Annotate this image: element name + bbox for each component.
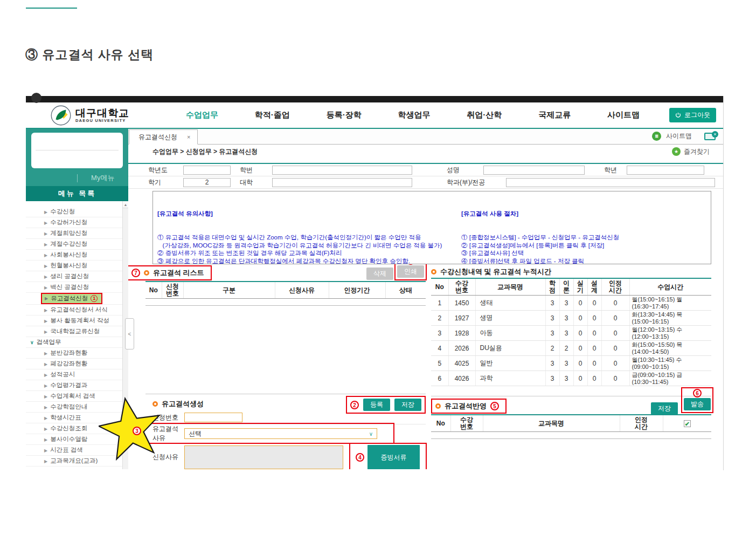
sidebar-item[interactable]: ▶성적공시 (26, 369, 122, 380)
notice-line: ③ [유고결석사유] 선택 (461, 249, 706, 257)
save-button[interactable]: 저장 (394, 399, 421, 411)
sidebar-item[interactable]: ▶계절희망신청 (26, 228, 122, 239)
arrow-right-icon: ▶ (44, 242, 47, 247)
column-header: 교과목명 (475, 278, 545, 296)
star-icon: ★ (672, 147, 681, 156)
semester-field[interactable] (183, 178, 231, 187)
college-field[interactable] (272, 178, 412, 187)
field-label-college: 대학 (240, 178, 272, 187)
sitemap-label[interactable]: 사이트맵 (666, 132, 692, 141)
power-icon (675, 112, 681, 118)
sidebar-tabs: 수업업무 My메뉴 (26, 170, 128, 186)
menu-list-header: 메뉴 목록 (26, 186, 128, 201)
sidebar-tab-mymenu[interactable]: My메뉴 (78, 173, 129, 183)
send-button[interactable]: 발송 (684, 398, 711, 410)
university-name-en: DAEGU UNIVERSITY (75, 118, 129, 123)
field-label-name: 성명 (447, 166, 483, 175)
column-header: 수업시간 (629, 278, 711, 296)
nav-item[interactable]: 국제교류 (538, 110, 571, 120)
table-row: 31928 아동3 30 00 월(12:00~13:15) 수(12:00~1… (431, 326, 711, 341)
arrow-right-icon: ▶ (44, 210, 47, 215)
sidebar-item[interactable]: ▶생리 공결신청 (26, 271, 122, 282)
grade-field[interactable] (627, 166, 704, 175)
arrow-right-icon: ▶ (44, 319, 47, 324)
scroll-up-icon[interactable]: ▲ (123, 201, 128, 208)
notice-line: ② 증빙서류가 위조 또는 변조된 것일 경우 해당 교과목 실격(F)처리 (157, 249, 458, 257)
detail-reason-textarea[interactable] (184, 445, 343, 469)
table-row: 11450 생태3 30 00 월(15:00~16:15) 월(16:30~1… (431, 296, 711, 311)
university-name-kr: 대구대학교 (75, 108, 129, 118)
annotation-box-5: 유고결석반영 5 (431, 399, 507, 414)
notice-line: ③ 폐강으로 인한 유고결석은 단과대학행정실에서 폐강과목 수강신청자 명단 … (157, 257, 458, 264)
sidebar-item[interactable]: ▶유고결석신청서 서식 (26, 305, 122, 315)
favorites-button[interactable]: ★ 즐겨찾기 (672, 147, 710, 156)
evidence-button[interactable]: 증빙서류 (367, 445, 420, 470)
section-title: 유고결석반영 (445, 401, 487, 411)
arrow-right-icon: ▶ (44, 448, 47, 453)
field-label-grade: 학년 (604, 166, 627, 175)
notice-line: ① [종합정보시스템] - 수업업무 - 신청업무 - 유고결석신청 (461, 234, 706, 242)
department-field[interactable] (506, 178, 715, 187)
nav-item[interactable]: 취업·산학 (467, 110, 502, 120)
tab-absence-application[interactable]: 유고결석신청 × (129, 129, 198, 145)
sitemap-icon[interactable]: ≣ (652, 132, 661, 141)
sidebar-item[interactable]: ▶국내학점교류신청 (26, 326, 122, 337)
sidebar-item[interactable]: ▶폐강강좌현황 (26, 359, 122, 369)
register-button[interactable]: 등록 (363, 399, 390, 411)
notice-line: ② [유고결석생성]메뉴에서 [등록]버튼 클릭 후 [저장] (461, 242, 706, 250)
sidebar-item[interactable]: ▶봉사 활동계획서 작성 (26, 315, 122, 326)
table-row: 21927 생명3 30 00 화(13:30~14:45) 목(15:00~1… (431, 311, 711, 326)
nav-item[interactable]: 학적·졸업 (255, 110, 290, 120)
apply-save-button[interactable]: 저장 (651, 402, 678, 415)
sidebar-item[interactable]: ▶헌혈봉사신청 (26, 260, 122, 271)
absence-create-section: 유고결석생성 2 등록 저장 신청번호 (145, 394, 426, 469)
tab-bar: 유고결석신청 × ≣ 사이트맵 (128, 129, 723, 145)
logout-button[interactable]: 로그아웃 (669, 108, 716, 122)
sidebar-item[interactable]: ▶계절수강신청 (26, 239, 122, 250)
name-field[interactable] (483, 166, 585, 175)
arrow-right-icon: ▶ (44, 264, 47, 269)
reason-select[interactable]: 선택 ∨ (184, 428, 377, 439)
notice-box: [유고결석 유의사항] ① 유고결석 적용은 대면수업 및 실시간 Zoom 수… (152, 191, 711, 264)
sidebar-item[interactable]: ▶분반강좌현황 (26, 348, 122, 359)
sidebar-item[interactable]: ▶수업평가결과 (26, 380, 122, 391)
delete-button[interactable]: 삭제 (366, 268, 393, 280)
section-title: 유고결석 리스트 (153, 268, 204, 278)
column-header: 수강 번호 (448, 278, 475, 296)
annotation-2: 2 (350, 401, 359, 409)
sidebar-item[interactable]: ▶수강신청 (26, 207, 122, 217)
arrow-right-icon: ▶ (44, 437, 47, 442)
sidebar-item[interactable]: ▶수강허가신청 (26, 217, 122, 228)
sidebar-item-active[interactable]: ▶ 유고결석신청 1 (26, 293, 122, 305)
annotation-6: 6 (693, 389, 702, 397)
column-header: 인정기간 (329, 282, 385, 299)
nav-item[interactable]: 사이트맵 (607, 110, 640, 120)
select-all-checkbox[interactable]: ✔ (684, 420, 691, 427)
close-icon[interactable]: × (187, 134, 190, 140)
breadcrumb: 수업업무 > 신청업무 > 유고결석신청 (152, 147, 258, 156)
window-close-icon[interactable] (704, 133, 716, 140)
top-nav: 수업업무 학적·졸업등록·장학학생업무취업·산학국제교류사이트맵 (186, 110, 640, 120)
notice-line: ① 유고결석 적용은 대면수업 및 실시간 Zoom 수업, 학습기간(출석인정… (157, 234, 458, 242)
arrow-right-icon: ▶ (44, 351, 47, 356)
nav-item[interactable]: 학생업무 (398, 110, 430, 120)
column-header: 수강 번호 (450, 415, 483, 432)
arrow-right-icon: ▶ (44, 383, 47, 388)
year-field[interactable] (183, 166, 231, 175)
print-button[interactable]: 인쇄 (397, 265, 424, 278)
sidebar-collapse-handle[interactable]: < (125, 318, 134, 349)
annotation-box-6: 6 발송 (681, 387, 713, 413)
sidebar-item[interactable]: ▶백신 공결신청 (26, 282, 122, 293)
student-no-field[interactable] (272, 166, 412, 175)
nav-item-active[interactable]: 수업업무 (186, 110, 218, 120)
nav-item[interactable]: 등록·장학 (327, 110, 362, 120)
arrow-right-icon: ▶ (44, 416, 47, 421)
column-header: 상태 (385, 282, 426, 299)
request-no-field[interactable] (184, 413, 242, 422)
section-title: 유고결석생성 (162, 399, 204, 409)
sidebar-item[interactable]: ▶사회봉사신청 (26, 250, 122, 260)
sidebar-group-search[interactable]: ∨검색업무 (26, 337, 122, 348)
annotation-8: 8 (406, 264, 415, 265)
enrollment-section: 수강신청내역 및 유고결석 누적시간 No수강 번호교과목명학 점이 론실 기설… (431, 267, 711, 386)
arrow-right-icon: ▶ (44, 405, 47, 410)
